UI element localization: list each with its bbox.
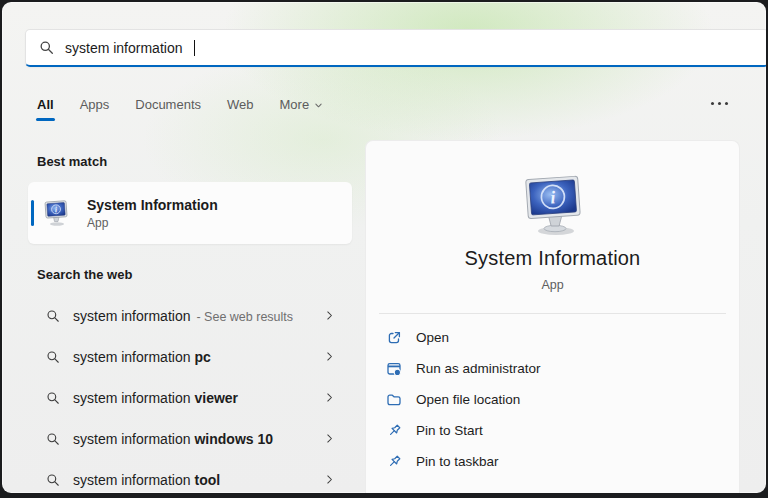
- more-options-icon[interactable]: [711, 102, 728, 105]
- action-pin-to-start[interactable]: Pin to Start: [366, 415, 739, 446]
- chevron-right-icon[interactable]: [324, 392, 335, 403]
- preview-app-title: System Information: [465, 247, 641, 270]
- chevron-right-icon[interactable]: [324, 310, 335, 321]
- pin-icon: [386, 454, 402, 470]
- system-information-app-icon: i: [43, 200, 69, 226]
- search-icon: [46, 350, 60, 364]
- system-information-app-icon-large: i: [515, 175, 591, 237]
- search-input[interactable]: system information: [25, 29, 766, 67]
- section-header-best-match: Best match: [37, 154, 352, 169]
- tab-web[interactable]: Web: [226, 95, 255, 114]
- search-icon: [46, 391, 60, 405]
- web-suggestion-row[interactable]: system informationtool: [28, 459, 352, 493]
- search-query-text: system information: [65, 40, 182, 56]
- web-suggestions-list: system information- See web results syst…: [28, 295, 352, 493]
- preview-panel: i System Information App Open: [365, 140, 740, 493]
- action-open[interactable]: Open: [366, 322, 739, 353]
- search-icon: [46, 473, 60, 487]
- run-admin-icon: [386, 361, 402, 377]
- chevron-right-icon[interactable]: [324, 433, 335, 444]
- pin-icon: [386, 423, 402, 439]
- tab-apps[interactable]: Apps: [79, 95, 111, 114]
- search-icon: [46, 432, 60, 446]
- text-caret: [194, 40, 195, 56]
- tab-all[interactable]: All: [36, 95, 55, 114]
- web-suggestion-row[interactable]: system informationviewer: [28, 377, 352, 418]
- selection-accent-bar: [31, 200, 34, 226]
- web-suggestion-row[interactable]: system information- See web results: [28, 295, 352, 336]
- search-icon: [39, 40, 54, 55]
- folder-icon: [386, 392, 402, 408]
- chevron-down-icon: [314, 101, 323, 110]
- open-external-icon: [386, 330, 402, 346]
- divider: [379, 313, 726, 314]
- web-suggestion-row[interactable]: system informationpc: [28, 336, 352, 377]
- filter-tabs: All Apps Documents Web More: [36, 95, 706, 114]
- context-actions-list: Open Run as administrator: [366, 322, 739, 477]
- action-run-as-administrator[interactable]: Run as administrator: [366, 353, 739, 384]
- best-match-title: System Information: [87, 197, 218, 213]
- best-match-result[interactable]: i System Information App: [28, 182, 352, 244]
- action-pin-to-taskbar[interactable]: Pin to taskbar: [366, 446, 739, 477]
- web-suggestion-row[interactable]: system informationwindows 10: [28, 418, 352, 459]
- action-open-file-location[interactable]: Open file location: [366, 384, 739, 415]
- preview-app-subtitle: App: [541, 278, 563, 292]
- chevron-right-icon[interactable]: [324, 474, 335, 485]
- search-icon: [46, 309, 60, 323]
- chevron-right-icon[interactable]: [324, 351, 335, 362]
- best-match-subtitle: App: [87, 216, 218, 230]
- results-column: Best match i System Inform: [28, 140, 352, 493]
- search-flyout-window: system information All Apps Documents We…: [2, 2, 766, 493]
- tab-documents[interactable]: Documents: [134, 95, 202, 114]
- tab-more[interactable]: More: [279, 95, 325, 114]
- section-header-search-web: Search the web: [37, 267, 352, 282]
